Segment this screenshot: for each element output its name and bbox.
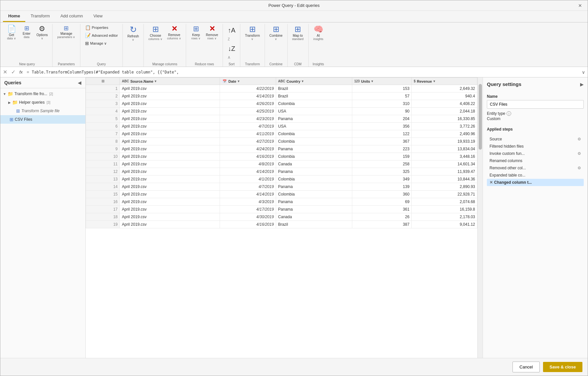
row-country-cell: Colombia — [276, 130, 352, 138]
sidebar-item-csv-files[interactable]: ⊞ CSV Files — [0, 115, 85, 124]
col-filter-country[interactable]: ▾ — [302, 79, 303, 83]
row-revenue-cell: 2,490.96 — [412, 130, 477, 138]
manage-button[interactable]: ⊞ Manage ∨ — [83, 40, 120, 47]
refresh-button[interactable]: ↻ Refresh ∨ — [125, 24, 141, 43]
sort-desc-icon: ↓ZA — [228, 45, 235, 60]
get-data-button[interactable]: 📄 Get data ∨ — [4, 24, 19, 41]
qs-name-input[interactable] — [487, 100, 584, 109]
sidebar-item-transform-sample[interactable]: ⊞ Transform Sample file — [0, 107, 85, 115]
step-item[interactable]: Removed other col...⚙ — [487, 164, 584, 172]
tab-view[interactable]: View — [88, 11, 108, 22]
row-units-cell: 153 — [352, 85, 411, 93]
advanced-editor-button[interactable]: 📝 Advanced editor — [83, 32, 120, 39]
ribbon-group-label-insights: Insights — [311, 61, 326, 67]
row-source-cell: April 2019.csv — [120, 93, 220, 100]
qs-title: Query settings — [487, 81, 521, 87]
row-country-cell: Colombia — [276, 138, 352, 145]
col-country[interactable]: ABC Country ▾ — [276, 78, 352, 85]
refresh-icon: ↻ — [130, 25, 137, 34]
row-source-cell: April 2019.csv — [120, 168, 220, 176]
row-source-cell: April 2019.csv — [120, 213, 220, 221]
bottom-bar: Cancel Save & close — [0, 358, 588, 376]
formula-input[interactable] — [32, 70, 579, 74]
qs-entity-type-label: Entity type i — [487, 111, 584, 116]
table-wrapper[interactable]: ⊞ ABC Source.Name ▾ — [86, 77, 483, 358]
enter-data-button[interactable]: ⊞ Enter data — [19, 24, 34, 40]
remove-rows-button[interactable]: ✕ Remove rows ∨ — [204, 24, 220, 41]
step-item[interactable]: Invoke custom fun...⚙ — [487, 150, 584, 157]
step-x-icon[interactable]: ✕ — [490, 180, 493, 185]
sidebar-item-transform-file[interactable]: ▼ 📁 Transform file fro... [2] — [0, 90, 85, 98]
table-row: 2 April 2019.csv 4/14/2019 Brazil 57 940… — [86, 93, 477, 100]
row-date-cell: 4/7/2019 — [220, 183, 276, 191]
window-title: Power Query - Edit queries — [268, 3, 319, 8]
ribbon: 📄 Get data ∨ ⊞ Enter data ⚙ Options ∨ Ne… — [0, 23, 588, 67]
tab-home[interactable]: Home — [3, 11, 25, 22]
col-filter-units[interactable]: ▾ — [371, 79, 373, 83]
row-date-cell: 4/26/2019 — [220, 100, 276, 108]
sort-asc-button[interactable]: ↑AZ — [226, 25, 237, 43]
formula-expand-icon[interactable]: ∨ — [580, 70, 586, 75]
col-revenue[interactable]: $ Revenue ▾ — [412, 78, 477, 85]
formula-confirm-icon[interactable]: ✓ — [10, 69, 17, 75]
step-gear-icon[interactable]: ⚙ — [577, 137, 581, 141]
col-source-name[interactable]: ABC Source.Name ▾ — [120, 78, 220, 85]
sidebar-item-helper-queries[interactable]: ▶ 📁 Helper queries [3] — [0, 98, 85, 107]
tab-transform[interactable]: Transform — [25, 11, 55, 22]
folder-icon-1: 📁 — [12, 100, 18, 105]
row-country-cell: Panama — [276, 183, 352, 191]
sidebar-header: Queries ◀ — [0, 77, 85, 88]
row-num-cell: 12 — [86, 168, 120, 176]
sidebar-collapse-button[interactable]: ◀ — [78, 80, 81, 85]
step-item[interactable]: ✕Changed column t... — [487, 179, 584, 186]
formula-cancel-icon[interactable]: ✕ — [2, 69, 9, 75]
sort-asc-icon: ↑AZ — [228, 26, 235, 42]
choose-columns-button[interactable]: ⊞ Choose columns ∨ — [146, 24, 164, 42]
step-item[interactable]: Renamed columns — [487, 157, 584, 164]
ai-insights-button[interactable]: 🧠 AI insights — [311, 24, 326, 42]
transform-button[interactable]: ⊞ Transform ∨ — [243, 24, 262, 42]
row-source-cell: April 2019.csv — [120, 206, 220, 213]
col-filter-source[interactable]: ▾ — [155, 79, 156, 83]
save-close-button[interactable]: Save & close — [543, 362, 582, 372]
ribbon-group-label-transform: Transform — [243, 61, 262, 67]
row-revenue-cell: 22,928.71 — [412, 191, 477, 198]
row-date-cell: 4/16/2019 — [220, 153, 276, 160]
map-to-standard-button[interactable]: ⊞ Map to standard — [290, 24, 306, 42]
formula-fx-label: fx — [18, 70, 24, 74]
sort-desc-button[interactable]: ↓ZA — [226, 44, 237, 61]
step-item[interactable]: Expanded table co... — [487, 172, 584, 179]
ribbon-group-manage-columns: ⊞ Choose columns ∨ ✕ Remove columns ∨ Ma… — [144, 24, 186, 67]
step-gear-icon[interactable]: ⚙ — [577, 166, 581, 170]
col-date[interactable]: 📅 Date ▾ — [220, 78, 276, 85]
col-label-units: Units — [361, 79, 370, 83]
tab-add-column[interactable]: Add column — [55, 11, 88, 22]
step-item[interactable]: Source⚙ — [487, 136, 584, 143]
col-filter-revenue[interactable]: ▾ — [433, 79, 435, 83]
properties-button[interactable]: 📋 Properties — [83, 24, 120, 31]
cancel-button[interactable]: Cancel — [512, 362, 539, 372]
manage-icon: ⊞ — [85, 41, 89, 46]
step-gear-icon[interactable]: ⚙ — [577, 151, 581, 156]
main-window: Power Query - Edit queries ✕ Home Transf… — [0, 0, 588, 376]
keep-rows-button[interactable]: ⊞ Keep rows ∨ — [189, 24, 203, 41]
close-button[interactable]: ✕ — [573, 0, 588, 11]
col-units[interactable]: 123 Units ▾ — [352, 78, 411, 85]
qs-expand-icon[interactable]: ▶ — [580, 82, 584, 87]
ribbon-group-label-refresh — [125, 65, 141, 67]
combine-button[interactable]: ⊞ Combine ∨ — [268, 24, 285, 42]
ribbon-group-reduce-rows: ⊞ Keep rows ∨ ✕ Remove rows ∨ Reduce row… — [186, 24, 223, 67]
step-item[interactable]: Filtered hidden files — [487, 143, 584, 150]
tree-label-1: Helper queries — [19, 100, 45, 105]
col-filter-date[interactable]: ▾ — [238, 79, 239, 83]
row-source-cell: April 2019.csv — [120, 198, 220, 206]
combine-icon: ⊞ — [273, 25, 279, 33]
row-num-header: ⊞ — [86, 78, 120, 85]
entity-type-info-icon[interactable]: i — [507, 111, 511, 116]
ribbon-group-combine: ⊞ Combine ∨ Combine — [265, 24, 288, 67]
options-button[interactable]: ⚙ Options ∨ — [34, 24, 50, 41]
remove-columns-button[interactable]: ✕ Remove columns ∨ — [165, 24, 183, 41]
manage-parameters-button[interactable]: ⊞ Manage parameters ∨ — [55, 24, 77, 40]
row-units-cell: 26 — [352, 213, 411, 221]
row-units-cell: 139 — [352, 183, 411, 191]
